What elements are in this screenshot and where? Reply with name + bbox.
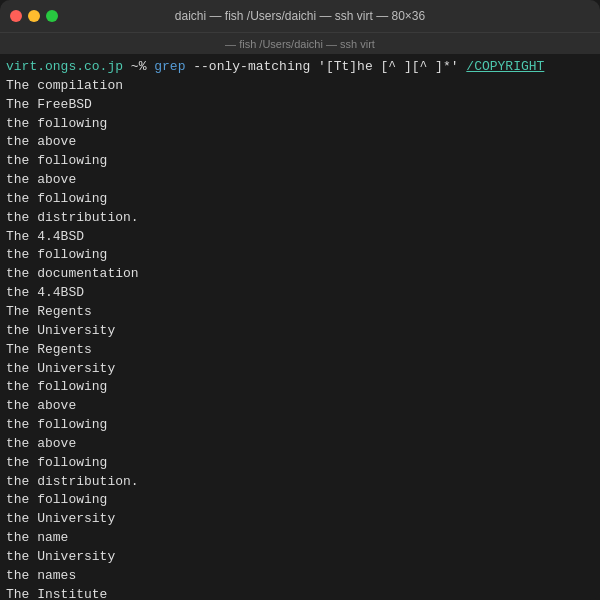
terminal-body[interactable]: virt.ongs.co.jp ~% grep --only-matching … — [0, 54, 600, 600]
prompt-host: virt.ongs.co.jp — [6, 58, 123, 77]
output-line: the following — [6, 190, 594, 209]
output-line: the name — [6, 529, 594, 548]
output-line: the following — [6, 416, 594, 435]
minimize-button[interactable] — [28, 10, 40, 22]
close-button[interactable] — [10, 10, 22, 22]
output-line: the University — [6, 548, 594, 567]
output-line: the names — [6, 567, 594, 586]
output-line: The Regents — [6, 341, 594, 360]
output-line: the 4.4BSD — [6, 284, 594, 303]
subtitle-bar: — fish /Users/daichi — ssh virt — [0, 32, 600, 54]
maximize-button[interactable] — [46, 10, 58, 22]
output-line: the documentation — [6, 265, 594, 284]
output-line: the following — [6, 152, 594, 171]
cmd-grep: grep — [154, 58, 185, 77]
output-line: the following — [6, 115, 594, 134]
output-line: the above — [6, 397, 594, 416]
output-line: The Regents — [6, 303, 594, 322]
output-line: The Institute — [6, 586, 594, 600]
traffic-lights — [10, 10, 58, 22]
output-line: the following — [6, 454, 594, 473]
output-line: the University — [6, 322, 594, 341]
output-container: The compilationThe FreeBSDthe followingt… — [6, 77, 594, 600]
output-line: the distribution. — [6, 473, 594, 492]
cmd-args: --only-matching '[Tt]he [^ ][^ ]*' — [185, 58, 466, 77]
output-line: The FreeBSD — [6, 96, 594, 115]
output-line: the University — [6, 510, 594, 529]
prompt-line: virt.ongs.co.jp ~% grep --only-matching … — [6, 58, 594, 77]
titlebar: daichi — fish /Users/daichi — ssh virt —… — [0, 0, 600, 32]
window-title: daichi — fish /Users/daichi — ssh virt —… — [175, 9, 425, 23]
terminal-window: daichi — fish /Users/daichi — ssh virt —… — [0, 0, 600, 600]
subtitle-text: — fish /Users/daichi — ssh virt — [225, 38, 375, 50]
prompt-symbol: ~% — [123, 58, 154, 77]
output-line: the above — [6, 171, 594, 190]
output-line: the University — [6, 360, 594, 379]
cmd-link: /COPYRIGHT — [466, 58, 544, 77]
output-line: the following — [6, 491, 594, 510]
output-line: the above — [6, 133, 594, 152]
output-line: The 4.4BSD — [6, 228, 594, 247]
output-line: The compilation — [6, 77, 594, 96]
output-line: the distribution. — [6, 209, 594, 228]
output-line: the above — [6, 435, 594, 454]
output-line: the following — [6, 378, 594, 397]
output-line: the following — [6, 246, 594, 265]
